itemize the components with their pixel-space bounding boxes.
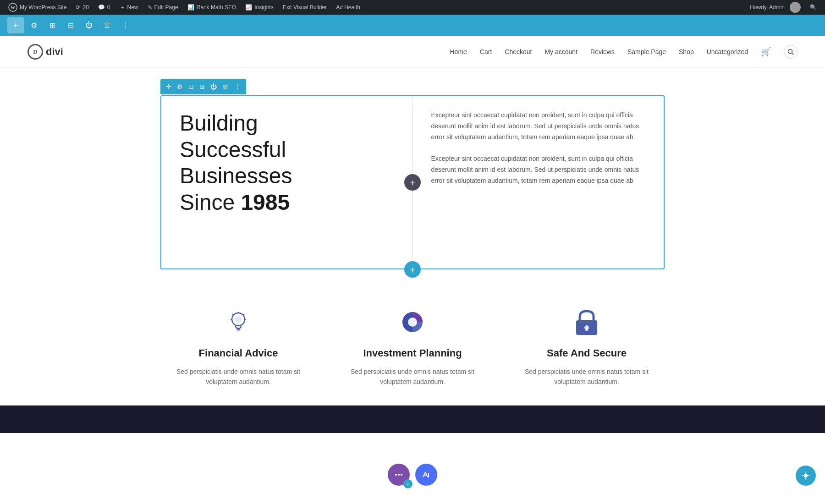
hero-section: Building Successful Businesses Since 198… xyxy=(160,95,665,269)
comment-icon: 💬 xyxy=(98,4,105,11)
site-header: D divi Home Cart Checkout My account Rev… xyxy=(0,36,825,68)
edit-icon: ✎ xyxy=(148,4,152,11)
hero-line3: Businesses xyxy=(180,164,292,188)
vb-add-button[interactable]: ＋ xyxy=(7,17,24,33)
hero-section-wrapper: ✛ ⚙ ⊡ ⊞ ⏻ 🗑 ⋮ Building Successful Busine… xyxy=(160,95,665,269)
feature-secure-desc: Sed perspiciatis unde omnis natus totam … xyxy=(522,367,651,387)
new-icon: ＋ xyxy=(120,4,125,11)
feature-investment-title: Investment Planning xyxy=(363,347,462,359)
cart-icon[interactable]: 🛒 xyxy=(761,47,771,57)
vb-toggle-button[interactable]: ⏻ xyxy=(81,17,97,33)
wp-logo-item[interactable]: W My WordPress Site xyxy=(4,0,71,15)
nav-shop[interactable]: Shop xyxy=(679,48,694,55)
divi-corner-button[interactable] xyxy=(796,466,816,486)
section-duplicate-icon[interactable]: ⊡ xyxy=(187,82,196,91)
howdy-item[interactable]: Howdy, Admin xyxy=(745,0,805,15)
section-settings-icon[interactable]: ⚙ xyxy=(175,82,185,91)
hero-line2: Successful xyxy=(180,137,286,162)
edit-page-label: Edit Page xyxy=(154,4,178,11)
logo-icon: D xyxy=(28,44,43,60)
hero-line1: Building xyxy=(180,111,258,135)
hero-title: Building Successful Businesses Since 198… xyxy=(180,110,394,215)
lock-icon xyxy=(571,306,603,338)
svg-point-19 xyxy=(398,474,400,476)
section-delete-icon[interactable]: 🗑 xyxy=(220,82,231,91)
ad-health-item[interactable]: Ad Health xyxy=(331,0,365,15)
insights-item[interactable]: 📈 Insights xyxy=(241,0,278,15)
howdy-text: Howdy, Admin xyxy=(750,4,785,11)
updates-count: 20 xyxy=(82,4,88,11)
site-logo[interactable]: D divi xyxy=(28,44,63,60)
new-item[interactable]: ＋ New xyxy=(115,0,143,15)
vb-layers-button[interactable]: ⊞ xyxy=(44,17,60,33)
feature-investment-desc: Sed perspiciatis unde omnis natus totam … xyxy=(348,367,477,387)
svg-line-8 xyxy=(232,314,233,315)
vb-more-button[interactable]: ⋮ xyxy=(117,17,134,33)
svg-point-12 xyxy=(235,316,242,323)
section-add-bottom-button[interactable]: ＋ xyxy=(404,261,421,278)
lightbulb-icon xyxy=(222,306,254,338)
new-label: New xyxy=(127,4,138,11)
rank-math-item[interactable]: 📊 Rank Math SEO xyxy=(183,0,241,15)
rank-math-label: Rank Math SEO xyxy=(197,4,236,11)
svg-line-9 xyxy=(243,314,244,315)
section-move-icon[interactable]: ✛ xyxy=(164,82,173,91)
comments-count: 0 xyxy=(107,4,110,11)
feature-financial: Financial Advice Sed perspiciatis unde o… xyxy=(160,306,316,387)
search-admin-icon: 🔍 xyxy=(810,4,817,11)
section-toolbar: ✛ ⚙ ⊡ ⊞ ⏻ 🗑 ⋮ xyxy=(160,79,246,94)
nav-cart[interactable]: Cart xyxy=(480,48,492,55)
nav-myaccount[interactable]: My account xyxy=(544,48,578,55)
hero-body2: Excepteur sint occaecat cupidatat non pr… xyxy=(431,153,646,186)
vb-toolbar: ＋ ⚙ ⊞ ⊟ ⏻ 🗑 ⋮ xyxy=(0,15,825,36)
vb-grid-button[interactable]: ⊟ xyxy=(62,17,79,33)
admin-avatar xyxy=(790,2,801,13)
section-more-icon[interactable]: ⋮ xyxy=(232,82,242,91)
feature-secure-title: Safe And Secure xyxy=(547,347,627,359)
dark-section-preview xyxy=(0,405,825,433)
svg-point-14 xyxy=(408,318,417,327)
vb-delete-button[interactable]: 🗑 xyxy=(99,17,116,33)
updates-icon: ⟳ xyxy=(76,4,80,11)
section-toggle-icon[interactable]: ⏻ xyxy=(209,82,219,91)
float-buttons: ＋ xyxy=(388,464,437,486)
ad-health-label: Ad Health xyxy=(336,4,360,11)
divi-chat-button[interactable]: ＋ xyxy=(388,464,410,486)
nav-checkout[interactable]: Checkout xyxy=(505,48,532,55)
features-section: Financial Advice Sed perspiciatis unde o… xyxy=(160,306,665,387)
svg-text:W: W xyxy=(11,5,15,10)
nav-reviews[interactable]: Reviews xyxy=(590,48,615,55)
svg-line-3 xyxy=(792,53,794,55)
svg-point-20 xyxy=(401,474,402,476)
insights-icon: 📈 xyxy=(245,4,252,11)
section-columns-icon[interactable]: ⊞ xyxy=(198,82,207,91)
divi-ai-button[interactable] xyxy=(415,464,437,486)
search-admin-item[interactable]: 🔍 xyxy=(805,0,821,15)
hero-body1: Excepteur sint occaecat cupidatat non pr… xyxy=(431,110,646,142)
edit-page-item[interactable]: ✎ Edit Page xyxy=(143,0,183,15)
nav-home[interactable]: Home xyxy=(450,48,467,55)
main-content: ✛ ⚙ ⊡ ⊞ ⏻ 🗑 ⋮ Building Successful Busine… xyxy=(0,95,825,433)
updates-item[interactable]: ⟳ 20 xyxy=(71,0,93,15)
insights-label: Insights xyxy=(254,4,273,11)
feature-investment: Investment Planning Sed perspiciatis und… xyxy=(335,306,490,387)
main-nav: Home Cart Checkout My account Reviews Sa… xyxy=(450,45,798,59)
section-add-middle-button[interactable]: ＋ xyxy=(404,174,421,191)
piechart-icon xyxy=(396,306,429,338)
hero-line4pre: Since xyxy=(180,190,241,214)
hero-right-column: Excepteur sint occaecat cupidatat non pr… xyxy=(412,96,664,268)
svg-rect-17 xyxy=(586,328,588,331)
vb-settings-button[interactable]: ⚙ xyxy=(26,17,42,33)
exit-vb-item[interactable]: Exit Visual Builder xyxy=(278,0,332,15)
wp-site-name: My WordPress Site xyxy=(20,4,66,11)
hero-left-column: Building Successful Businesses Since 198… xyxy=(161,96,412,268)
feature-financial-desc: Sed perspiciatis unde omnis natus totam … xyxy=(174,367,302,387)
search-icon[interactable] xyxy=(784,45,798,59)
nav-uncategorized[interactable]: Uncategorized xyxy=(707,48,748,55)
logo-text: divi xyxy=(46,46,63,58)
float-add-icon: ＋ xyxy=(403,479,412,488)
comments-item[interactable]: 💬 0 xyxy=(94,0,115,15)
svg-point-18 xyxy=(395,474,397,476)
nav-sample[interactable]: Sample Page xyxy=(627,48,666,55)
feature-financial-title: Financial Advice xyxy=(199,347,278,359)
